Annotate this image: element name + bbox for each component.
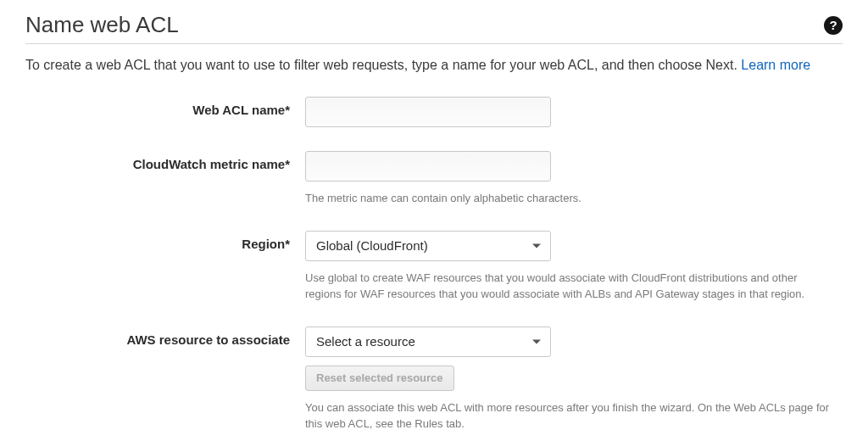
acl-name-input[interactable] [305, 97, 551, 127]
resource-selected-value: Select a resource [316, 334, 415, 349]
metric-name-label: CloudWatch metric name* [25, 151, 305, 171]
resource-helper: You can associate this web ACL with more… [305, 399, 831, 433]
intro-body: To create a web ACL that you want to use… [25, 58, 741, 72]
intro-text: To create a web ACL that you want to use… [25, 56, 843, 75]
reset-resource-button: Reset selected resource [305, 366, 454, 391]
metric-name-input[interactable] [305, 151, 551, 181]
learn-more-link[interactable]: Learn more [741, 58, 810, 72]
metric-name-helper: The metric name can contain only alphabe… [305, 190, 831, 207]
acl-name-label: Web ACL name* [25, 97, 305, 117]
help-icon[interactable]: ? [824, 16, 843, 35]
region-helper: Use global to create WAF resources that … [305, 270, 831, 303]
page-title: Name web ACL [25, 12, 179, 38]
resource-select[interactable]: Select a resource [305, 327, 551, 357]
region-label: Region* [25, 231, 305, 251]
region-selected-value: Global (CloudFront) [316, 238, 428, 253]
resource-label: AWS resource to associate [25, 327, 305, 347]
region-select[interactable]: Global (CloudFront) [305, 231, 551, 261]
